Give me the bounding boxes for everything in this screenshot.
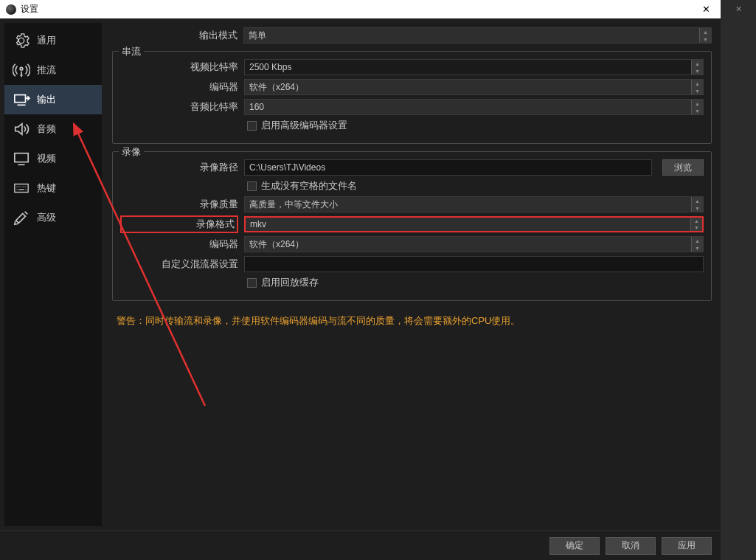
recording-encoder-label: 编码器: [120, 238, 238, 251]
monitor-icon: [12, 151, 31, 167]
output-icon: [12, 91, 31, 108]
sidebar: 通用 A 推流 输出 音频 视频 热键: [4, 23, 102, 526]
outer-close-button[interactable]: ✕: [729, 4, 747, 15]
cancel-button[interactable]: 取消: [606, 537, 656, 555]
spinner[interactable]: ▲▼: [691, 60, 703, 75]
svg-rect-1: [15, 95, 26, 103]
sidebar-label: 输出: [37, 93, 56, 106]
output-mode-select[interactable]: 简单 ▲▼: [243, 27, 712, 44]
audio-bitrate-label: 音频比特率: [120, 100, 238, 114]
recording-quality-select[interactable]: 高质量，中等文件大小 ▲▼: [244, 196, 704, 212]
dialog-body: 通用 A 推流 输出 音频 视频 热键: [0, 18, 721, 530]
streaming-title: 串流: [119, 45, 144, 58]
main-panel: 输出模式 简单 ▲▼ 串流 视频比特率 2500 Kbps ▲▼ 编码器: [108, 23, 716, 526]
sidebar-item-general[interactable]: 通用: [4, 26, 102, 55]
advanced-encoder-checkbox[interactable]: [247, 121, 257, 131]
output-mode-row: 输出模式 简单 ▲▼: [108, 23, 716, 44]
keyboard-icon: [12, 180, 31, 196]
sidebar-item-output[interactable]: 输出: [4, 85, 102, 114]
muxer-label: 自定义混流器设置: [120, 257, 238, 271]
obs-icon: [6, 4, 16, 15]
sidebar-item-audio[interactable]: 音频: [4, 114, 102, 144]
select-spinner[interactable]: ▲▼: [691, 100, 703, 114]
recording-title: 录像: [119, 145, 144, 159]
select-spinner[interactable]: ▲▼: [691, 80, 703, 94]
sidebar-item-video[interactable]: 视频: [4, 144, 102, 173]
advanced-encoder-label: 启用高级编码器设置: [261, 119, 347, 132]
window-title: 设置: [21, 3, 691, 15]
video-bitrate-input[interactable]: 2500 Kbps ▲▼: [244, 59, 704, 75]
sidebar-label: 推流: [37, 63, 56, 77]
output-mode-label: 输出模式: [112, 29, 237, 42]
replay-buffer-checkbox[interactable]: [247, 278, 257, 288]
stream-encoder-select[interactable]: 软件（x264） ▲▼: [244, 79, 704, 95]
no-space-checkbox[interactable]: [247, 182, 257, 191]
close-button[interactable]: ✕: [691, 4, 721, 15]
settings-dialog: 设置 ✕ 通用 A 推流 输出 音频 视频: [0, 0, 721, 560]
select-spinner[interactable]: ▲▼: [691, 197, 703, 212]
streaming-group: 串流 视频比特率 2500 Kbps ▲▼ 编码器 软件（x264） ▲▼: [112, 51, 712, 144]
recording-group: 录像 录像路径 C:\Users\TJ\Videos 浏览 生成没有空格的文件名…: [112, 151, 712, 301]
warning-text: 警告：同时传输流和录像，并使用软件编码器编码与流不同的质量，将会需要额外的CPU…: [108, 308, 716, 333]
background-window: [721, 0, 756, 560]
footer: 确定 取消 应用: [0, 530, 721, 560]
recording-path-label: 录像路径: [120, 161, 238, 174]
select-spinner[interactable]: ▲▼: [699, 28, 711, 43]
sidebar-label: 音频: [37, 122, 56, 136]
titlebar: 设置 ✕: [0, 0, 721, 18]
apply-button[interactable]: 应用: [662, 537, 712, 555]
gear-icon: [12, 32, 31, 49]
select-spinner[interactable]: ▲▼: [691, 237, 703, 252]
replay-buffer-label: 启用回放缓存: [261, 276, 319, 289]
stream-encoder-label: 编码器: [120, 80, 238, 94]
recording-path-input[interactable]: C:\Users\TJ\Videos: [244, 159, 652, 176]
ok-button[interactable]: 确定: [549, 537, 600, 555]
speaker-icon: [12, 121, 31, 137]
sidebar-label: 高级: [37, 211, 56, 224]
muxer-input[interactable]: [244, 256, 704, 272]
select-spinner[interactable]: ▲▼: [690, 218, 702, 231]
no-space-label: 生成没有空格的文件名: [261, 179, 357, 193]
svg-rect-3: [15, 184, 28, 193]
svg-text:A: A: [20, 72, 23, 77]
browse-button[interactable]: 浏览: [662, 159, 704, 176]
recording-quality-label: 录像质量: [120, 198, 238, 211]
sidebar-item-stream[interactable]: A 推流: [4, 55, 102, 85]
sidebar-label: 通用: [37, 34, 56, 47]
sidebar-item-advanced[interactable]: 高级: [4, 203, 102, 232]
sidebar-item-hotkeys[interactable]: 热键: [4, 173, 102, 203]
video-bitrate-label: 视频比特率: [120, 61, 238, 74]
sidebar-label: 视频: [37, 152, 56, 165]
recording-format-select[interactable]: mkv ▲▼: [244, 216, 704, 232]
recording-format-label: 录像格式: [120, 215, 238, 233]
tools-icon: [12, 210, 31, 226]
audio-bitrate-select[interactable]: 160 ▲▼: [244, 99, 704, 115]
sidebar-label: 热键: [37, 182, 56, 195]
antenna-icon: A: [12, 62, 31, 78]
svg-rect-2: [15, 153, 28, 162]
recording-encoder-select[interactable]: 软件（x264） ▲▼: [244, 236, 704, 252]
